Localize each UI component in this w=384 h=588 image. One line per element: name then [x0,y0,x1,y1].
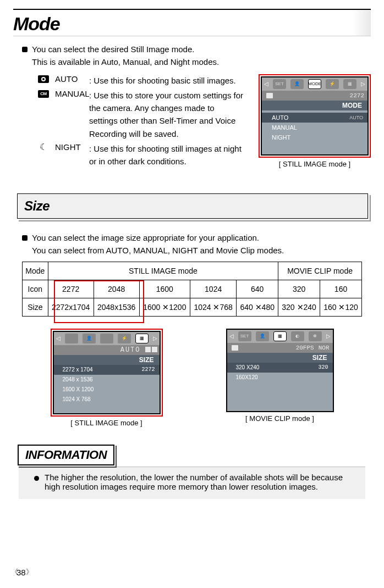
osd-tab-4[interactable]: ◐ [291,331,304,341]
mode-list: AUTO : Use this for shooting basic still… [37,74,252,170]
size-section-box: Size [19,195,371,221]
information-section: INFORMATION The higher the resolution, t… [19,446,365,499]
osd-movie-caption: [ MOVIE CLIP mode ] [245,414,314,423]
mode-label-night: NIGHT [55,142,89,152]
osd-tab-5[interactable]: ❋ [309,331,322,341]
right-arrow-icon[interactable]: ▷ [153,335,157,341]
osd-movie-item-2[interactable]: 160X120 [227,373,333,382]
osd-size-item-1[interactable]: 2272 x 1704 2272 [54,365,160,375]
mode-desc-night-1: : Use this for shooting still images at … [89,142,252,155]
moon-icon: ☾ [37,142,50,152]
osd-item-auto-value: AUTO [349,115,363,120]
osd-section-title: SIZE [54,355,160,365]
square-icon [152,347,157,352]
osd-movie-item-1[interactable]: 320 X240 320 [227,363,333,373]
osd-tab-grid[interactable]: ▦ [343,79,356,89]
left-arrow-icon[interactable]: ◁ [56,335,61,341]
mode-block: AUTO : Use this for shooting basic still… [13,74,371,170]
osd-tab-flash[interactable]: ⚡ [326,79,339,89]
cell-size-2048: 2048x1536 [94,298,139,316]
osd-tab-1[interactable]: SET [238,331,251,341]
osd-item-night[interactable]: NIGHT [262,132,367,142]
osd-size-body: 2272 x 1704 2272 2048 x 1536 1600 X 1200… [54,365,160,413]
osd-item-label: 1024 X 768 [63,396,91,402]
cell-icon-1600: 1600 [139,280,190,298]
chevron-right-icon: 》 [26,567,31,577]
camera-icon [37,74,50,84]
osd-res-indicator: 2272 [350,92,364,99]
page-header: Mode [13,9,371,36]
osd-tab-1[interactable] [65,334,78,343]
osd-tab-2[interactable]: 👤 [256,331,269,341]
cell-icon-2272: 2272 [48,280,94,298]
osd-tab-3[interactable]: ▦ [273,331,287,341]
table-row: Mode STILL IMAGE mode MOVIE CLIP mode [23,262,362,280]
mode-desc-manual-3: settings other than Self-Timer and Voice [89,114,252,127]
osd-movie-col: ◁ SET 👤 ▦ ◐ ❋ ▷ 20FPS NOR SIZE 320 X240 [226,329,334,427]
mode-item-manual: CM MANUAL : Use this to store your custo… [37,89,252,140]
right-arrow-icon[interactable]: ▷ [326,333,331,339]
osd-tab-person[interactable]: 👤 [290,79,304,89]
cm-icon: CM [37,89,50,99]
card-icon [232,345,238,351]
cell-size-label: Size [23,298,48,316]
cell-icon-label: Icon [23,280,48,298]
osd-item-auto[interactable]: AUTO AUTO [262,113,367,123]
osd-tab-bar: ◁ SET 👤 MODE ⚡ ▦ ▷ [262,77,367,91]
cell-icon-640: 640 [237,280,278,298]
cell-size-2272: 2272x1704 [48,298,94,316]
osd-tab-3[interactable] [100,334,113,343]
osd-still-caption: [ STILL IMAGE mode ] [70,419,142,427]
osd-tab-4[interactable]: ⚡ [118,334,131,343]
square-bullet-icon [22,47,28,52]
size-table: Mode STILL IMAGE mode MOVIE CLIP mode Ic… [22,262,362,317]
size-section-title: Size [24,198,361,214]
osd-tab-mode[interactable]: MODE [308,79,321,89]
osd-mode-wrap: ◁ SET 👤 MODE ⚡ ▦ ▷ 2272 MODE [259,74,371,168]
info-text: The higher the resolution, the lower the… [45,473,354,491]
osd-item-label: 2272 x 1704 [63,367,93,373]
mode-desc-manual-4: Recording will be saved. [89,127,252,140]
intro-line2: This is available in Auto, Manual, and N… [32,57,371,66]
cell-size-160: 160 ✕120 [320,298,362,316]
osd-item-manual[interactable]: MANUAL [262,123,367,132]
osd-item-label: 160X120 [236,374,258,380]
osd-tab-5[interactable]: ▦ [135,334,149,343]
osd-item-label: 1600 X 1200 [63,386,94,392]
left-arrow-icon[interactable]: ◁ [229,333,234,339]
mode-desc-manual-2: the camera. Any changes made to [89,102,252,114]
osd-size-item-2[interactable]: 2048 x 1536 [54,375,160,385]
right-arrow-icon[interactable]: ▷ [361,81,365,87]
osd-nor-label: NOR [319,345,330,351]
osd-res-row: 2272 [262,91,367,101]
table-row: Icon 2272 2048 1600 1024 640 320 160 [23,280,362,298]
cell-still-header: STILL IMAGE mode [48,262,278,280]
info-title: INFORMATION [25,448,107,462]
osd-fps-row: 20FPS NOR [227,343,333,353]
cell-mode: Mode [23,262,48,280]
osd-item-manual-label: MANUAL [272,124,297,131]
osd-movie-screen: ◁ SET 👤 ▦ ◐ ❋ ▷ 20FPS NOR SIZE 320 X240 [226,329,334,412]
left-arrow-icon[interactable]: ◁ [264,81,268,87]
size-table-wrap: Mode STILL IMAGE mode MOVIE CLIP mode Ic… [22,262,362,317]
osd-still-screen: ◁ 👤 ⚡ ▦ ▷ AUTO SIZE [53,331,161,414]
osd-item-value: 2272 [141,367,155,373]
osd-size-item-4[interactable]: 1024 X 768 [54,395,160,404]
osd-tab-bar: ◁ SET 👤 ▦ ◐ ❋ ▷ [227,330,333,343]
mode-desc-night-2: or in other dark conditions. [89,155,252,168]
osd-tab-set[interactable]: SET [273,79,286,89]
cell-movie-header: MOVIE CLIP mode [278,262,362,280]
osd-size-item-3[interactable]: 1600 X 1200 [54,385,160,395]
cell-size-320: 320 ✕240 [278,298,320,316]
square-bullet-icon [22,235,28,241]
size-intro-1: You can select the image size appropriat… [32,232,259,243]
cell-icon-160: 160 [320,280,362,298]
mode-item-auto: AUTO : Use this for shooting basic still… [37,74,252,87]
osd-item-auto-label: AUTO [272,114,288,121]
square-icon [145,347,151,352]
osd-tab-2[interactable]: 👤 [83,334,96,343]
mode-label-auto: AUTO [55,74,89,84]
cell-size-1024: 1024 ✕768 [190,298,237,316]
page-number: 《 38 》 [11,567,31,577]
cell-icon-320: 320 [278,280,320,298]
